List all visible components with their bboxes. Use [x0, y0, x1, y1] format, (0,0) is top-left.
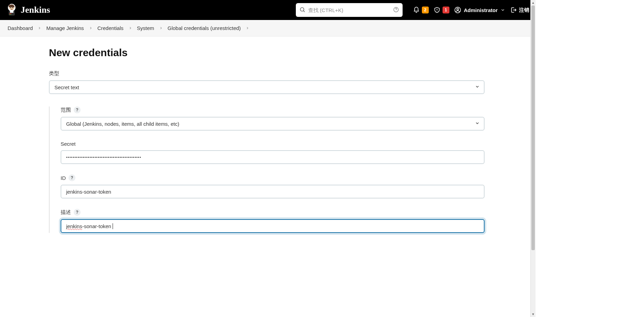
main-content: New credentials 类型 Secret text: [0, 37, 536, 317]
search-input[interactable]: [308, 7, 390, 13]
secret-input-value: ••••••••••••••••••••••••••••••••••••••••…: [66, 155, 141, 159]
crumb-credentials[interactable]: Credentials: [97, 24, 124, 32]
header-actions: 2 1 Administrator: [413, 7, 529, 13]
description-help-icon[interactable]: ?: [74, 209, 81, 216]
description-input[interactable]: jenkins-sonar-token: [61, 219, 485, 233]
logout-label: 注销: [519, 7, 529, 13]
svg-rect-7: [9, 14, 11, 15]
description-input-value: jenkins-sonar-token: [66, 223, 113, 229]
alerts-badge: 1: [443, 7, 449, 13]
notifications-badge: 2: [422, 7, 429, 13]
scroll-thumb[interactable]: [531, 6, 535, 250]
chevron-right-icon[interactable]: [126, 26, 135, 30]
scope-select-value: Global (Jenkins, nodes, items, all child…: [66, 121, 179, 127]
svg-point-15: [457, 8, 458, 10]
search-icon: [299, 7, 305, 14]
scroll-down-arrow-icon[interactable]: ▼: [531, 311, 536, 317]
vertical-scrollbar[interactable]: ▲ ▼: [530, 0, 536, 317]
type-select[interactable]: Secret text: [49, 80, 485, 94]
chevron-right-icon[interactable]: [35, 26, 44, 30]
scroll-track[interactable]: [531, 6, 536, 311]
type-select-value: Secret text: [54, 84, 79, 90]
scope-label: 范围 ?: [61, 106, 485, 113]
secret-label: Secret: [61, 141, 485, 147]
alerts-button[interactable]: 1: [434, 7, 449, 13]
search-box[interactable]: [296, 3, 403, 17]
chevron-down-icon: [500, 8, 505, 12]
id-input-value: jenkins-sonar-token: [66, 189, 111, 195]
scope-help-icon[interactable]: ?: [74, 106, 81, 113]
brand-text: Jenkins: [21, 5, 50, 15]
notifications-button[interactable]: 2: [413, 7, 429, 13]
type-label: 类型: [49, 70, 485, 77]
user-menu[interactable]: Administrator: [454, 7, 505, 13]
help-icon[interactable]: [393, 7, 399, 14]
breadcrumb: Dashboard Manage Jenkins Credentials Sys…: [0, 20, 536, 37]
svg-point-3: [12, 7, 13, 8]
id-input[interactable]: jenkins-sonar-token: [61, 185, 485, 198]
scope-select[interactable]: Global (Jenkins, nodes, items, all child…: [61, 117, 485, 131]
svg-point-11: [396, 11, 396, 11]
user-name: Administrator: [464, 7, 498, 13]
chevron-right-icon[interactable]: [156, 26, 166, 30]
crumb-dashboard[interactable]: Dashboard: [7, 24, 33, 32]
chevron-right-icon[interactable]: [243, 26, 252, 30]
svg-point-2: [10, 7, 11, 8]
logout-button[interactable]: 注销: [510, 7, 529, 13]
crumb-system[interactable]: System: [136, 24, 155, 32]
id-help-icon[interactable]: ?: [69, 174, 75, 181]
crumb-global-credentials[interactable]: Global credentials (unrestricted): [167, 24, 242, 32]
jenkins-logo-icon: [6, 3, 17, 17]
page-title: New credentials: [49, 47, 485, 59]
top-header: Jenkins 2: [0, 0, 536, 20]
scroll-up-arrow-icon[interactable]: ▲: [531, 0, 536, 6]
svg-line-9: [303, 11, 304, 12]
svg-point-13: [437, 11, 437, 11]
secret-input[interactable]: ••••••••••••••••••••••••••••••••••••••••…: [61, 150, 485, 164]
description-label: 描述 ?: [61, 209, 485, 216]
svg-point-8: [300, 8, 304, 11]
svg-rect-5: [10, 11, 13, 13]
crumb-manage-jenkins[interactable]: Manage Jenkins: [45, 24, 84, 32]
chevron-right-icon[interactable]: [86, 26, 95, 30]
id-label: ID ?: [61, 174, 485, 181]
brand-area[interactable]: Jenkins: [6, 3, 50, 17]
